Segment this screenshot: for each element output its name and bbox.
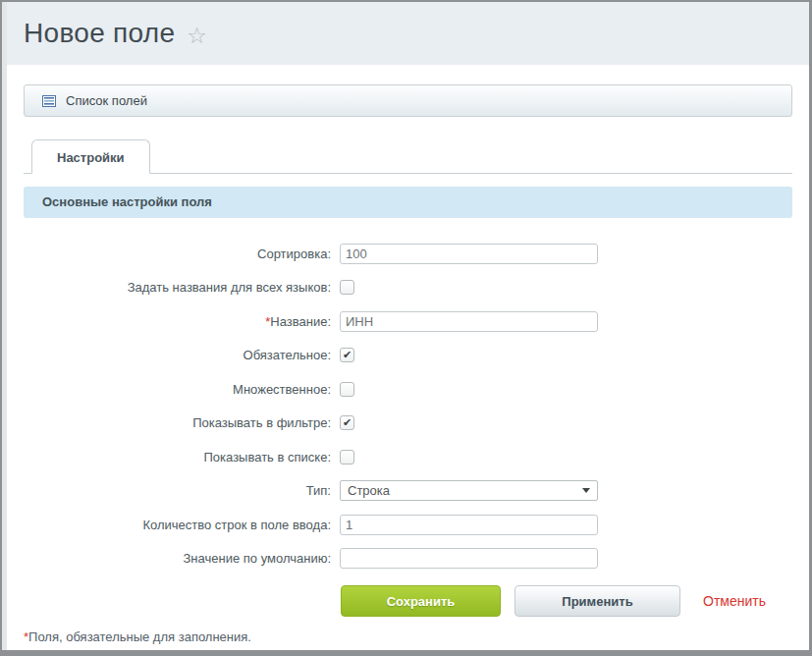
form-row-default-value: Значение по умолчанию: <box>24 542 809 576</box>
window: Новое поле ☆ Список полей Настройки Осно… <box>0 0 812 656</box>
form-row-line-count: Количество строк в поле ввода: <box>24 508 809 542</box>
form-row-type: Тип: Строка <box>24 474 809 509</box>
show-in-filter-label: Показывать в фильтре: <box>24 415 331 430</box>
show-in-filter-checkbox[interactable]: ✔ <box>340 415 354 430</box>
multiple-checkbox[interactable] <box>340 382 354 397</box>
favorite-star-icon[interactable]: ☆ <box>187 23 207 49</box>
required-checkbox[interactable]: ✔ <box>340 348 354 362</box>
section-header: Основные настройки поля <box>24 187 792 218</box>
required-fields-note: *Поля, обязательные для заполнения. <box>24 629 809 644</box>
show-in-list-checkbox[interactable] <box>340 450 354 465</box>
content-area: Список полей Настройки Основные настройк… <box>2 84 809 644</box>
required-label: Обязательное: <box>24 348 331 362</box>
type-select[interactable]: Строка <box>340 480 598 501</box>
form-row-sort: Сортировка: <box>24 237 809 271</box>
show-in-list-label: Показывать в списке: <box>24 450 331 465</box>
default-value-label: Значение по умолчанию: <box>24 551 331 566</box>
name-input[interactable] <box>340 311 598 332</box>
all-languages-label: Задать названия для всех языков: <box>24 280 331 295</box>
tab-settings[interactable]: Настройки <box>31 139 150 174</box>
form-row-required: Обязательное: ✔ <box>24 339 809 373</box>
default-value-input[interactable] <box>340 548 598 569</box>
line-count-label: Количество строк в поле ввода: <box>24 518 331 532</box>
form-row-all-languages: Задать названия для всех языков: <box>24 271 809 305</box>
save-button[interactable]: Сохранить <box>341 585 501 617</box>
page-header: Новое поле ☆ <box>2 2 809 65</box>
sort-label: Сортировка: <box>24 246 331 261</box>
sort-input[interactable] <box>340 244 598 264</box>
cancel-link[interactable]: Отменить <box>703 593 766 609</box>
tab-bar: Настройки <box>24 137 792 174</box>
type-label: Тип: <box>24 483 331 498</box>
name-label: *Название: <box>24 314 331 329</box>
action-buttons: Сохранить Применить Отменить <box>341 585 809 617</box>
page-title: Новое поле <box>24 18 175 49</box>
type-select-value: Строка <box>348 483 390 498</box>
list-icon <box>41 93 57 109</box>
apply-button[interactable]: Применить <box>514 585 680 617</box>
form-row-multiple: Множественное: <box>24 372 809 407</box>
form-row-show-in-list: Показывать в списке: <box>24 440 809 474</box>
line-count-input[interactable] <box>340 515 598 535</box>
settings-form: Сортировка: Задать названия для всех язы… <box>24 237 809 575</box>
left-margin-strip <box>2 2 7 650</box>
chevron-down-icon <box>582 488 590 493</box>
form-row-name: *Название: <box>24 304 809 339</box>
multiple-label: Множественное: <box>24 382 331 397</box>
field-list-button-label: Список полей <box>66 93 147 108</box>
field-list-button[interactable]: Список полей <box>24 84 792 117</box>
all-languages-checkbox[interactable] <box>340 280 354 295</box>
form-row-show-in-filter: Показывать в фильтре: ✔ <box>24 407 809 441</box>
